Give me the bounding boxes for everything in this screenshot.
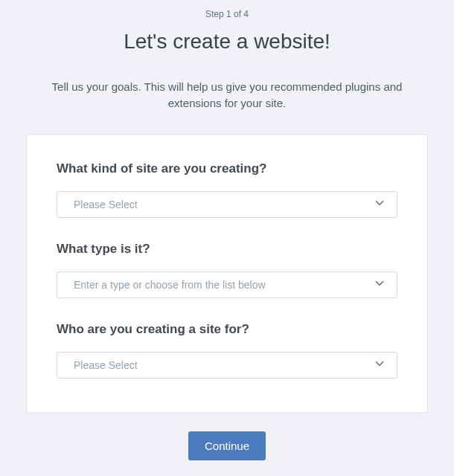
site-for-select[interactable]: Please Select [57, 352, 397, 379]
page-title: Let's create a website! [0, 30, 454, 54]
site-kind-select[interactable]: Please Select [57, 191, 397, 218]
site-type-select[interactable]: Enter a type or choose from the list bel… [57, 271, 397, 298]
site-type-label: What type is it? [57, 242, 397, 257]
step-indicator: Step 1 of 4 [0, 9, 454, 19]
chevron-down-icon [373, 196, 386, 213]
form-card: What kind of site are you creating? Plea… [26, 134, 428, 414]
site-type-placeholder: Enter a type or choose from the list bel… [74, 279, 266, 291]
site-for-label: Who are you creating a site for? [57, 322, 397, 337]
chevron-down-icon [373, 277, 386, 293]
footer: Continue [0, 431, 454, 460]
site-kind-label: What kind of site are you creating? [57, 161, 397, 176]
site-for-placeholder: Please Select [74, 359, 138, 371]
page-subtitle: Tell us your goals. This will help us gi… [33, 79, 421, 112]
chevron-down-icon [373, 357, 386, 373]
site-kind-placeholder: Please Select [74, 199, 138, 210]
continue-button[interactable]: Continue [188, 431, 266, 460]
